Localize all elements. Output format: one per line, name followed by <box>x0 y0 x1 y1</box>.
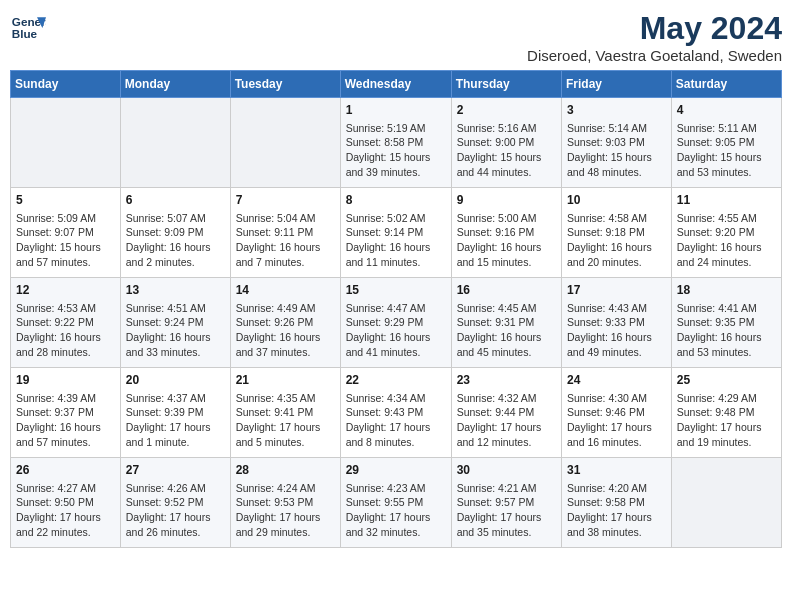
cell-content: Sunset: 9:48 PM <box>677 405 776 420</box>
day-number: 20 <box>126 372 225 389</box>
cell-content: Sunset: 9:03 PM <box>567 135 666 150</box>
calendar-cell: 17Sunrise: 4:43 AMSunset: 9:33 PMDayligh… <box>562 278 672 368</box>
cell-content: Sunrise: 4:58 AM <box>567 211 666 226</box>
cell-content: Sunrise: 4:27 AM <box>16 481 115 496</box>
day-number: 31 <box>567 462 666 479</box>
calendar-cell: 11Sunrise: 4:55 AMSunset: 9:20 PMDayligh… <box>671 188 781 278</box>
calendar-cell <box>11 98 121 188</box>
cell-content: Daylight: 17 hours and 29 minutes. <box>236 510 335 539</box>
calendar-cell: 18Sunrise: 4:41 AMSunset: 9:35 PMDayligh… <box>671 278 781 368</box>
cell-content: Sunrise: 4:39 AM <box>16 391 115 406</box>
calendar-cell: 8Sunrise: 5:02 AMSunset: 9:14 PMDaylight… <box>340 188 451 278</box>
main-title: May 2024 <box>527 10 782 47</box>
calendar-cell: 14Sunrise: 4:49 AMSunset: 9:26 PMDayligh… <box>230 278 340 368</box>
calendar-cell: 21Sunrise: 4:35 AMSunset: 9:41 PMDayligh… <box>230 368 340 458</box>
day-of-week-tuesday: Tuesday <box>230 71 340 98</box>
calendar-cell: 26Sunrise: 4:27 AMSunset: 9:50 PMDayligh… <box>11 458 121 548</box>
cell-content: Sunset: 9:33 PM <box>567 315 666 330</box>
cell-content: Daylight: 15 hours and 48 minutes. <box>567 150 666 179</box>
cell-content: Daylight: 16 hours and 24 minutes. <box>677 240 776 269</box>
day-number: 10 <box>567 192 666 209</box>
cell-content: Sunset: 9:55 PM <box>346 495 446 510</box>
calendar-cell: 2Sunrise: 5:16 AMSunset: 9:00 PMDaylight… <box>451 98 561 188</box>
cell-content: Sunrise: 4:55 AM <box>677 211 776 226</box>
cell-content: Sunset: 9:09 PM <box>126 225 225 240</box>
cell-content: Sunset: 9:16 PM <box>457 225 556 240</box>
cell-content: Sunset: 9:20 PM <box>677 225 776 240</box>
cell-content: Sunrise: 4:35 AM <box>236 391 335 406</box>
cell-content: Sunrise: 5:14 AM <box>567 121 666 136</box>
calendar-cell: 28Sunrise: 4:24 AMSunset: 9:53 PMDayligh… <box>230 458 340 548</box>
svg-text:Blue: Blue <box>12 27 38 40</box>
calendar-cell: 4Sunrise: 5:11 AMSunset: 9:05 PMDaylight… <box>671 98 781 188</box>
calendar-header: SundayMondayTuesdayWednesdayThursdayFrid… <box>11 71 782 98</box>
cell-content: Sunrise: 4:43 AM <box>567 301 666 316</box>
cell-content: Sunset: 9:57 PM <box>457 495 556 510</box>
cell-content: Sunset: 9:29 PM <box>346 315 446 330</box>
cell-content: Sunset: 9:43 PM <box>346 405 446 420</box>
day-number: 28 <box>236 462 335 479</box>
calendar-cell: 12Sunrise: 4:53 AMSunset: 9:22 PMDayligh… <box>11 278 121 368</box>
cell-content: Sunset: 9:52 PM <box>126 495 225 510</box>
week-row-3: 12Sunrise: 4:53 AMSunset: 9:22 PMDayligh… <box>11 278 782 368</box>
day-number: 5 <box>16 192 115 209</box>
day-number: 24 <box>567 372 666 389</box>
cell-content: Sunrise: 4:21 AM <box>457 481 556 496</box>
cell-content: Sunrise: 4:34 AM <box>346 391 446 406</box>
cell-content: Daylight: 16 hours and 2 minutes. <box>126 240 225 269</box>
cell-content: Sunrise: 4:23 AM <box>346 481 446 496</box>
day-number: 3 <box>567 102 666 119</box>
cell-content: Sunrise: 4:24 AM <box>236 481 335 496</box>
calendar-cell: 16Sunrise: 4:45 AMSunset: 9:31 PMDayligh… <box>451 278 561 368</box>
cell-content: Sunrise: 4:32 AM <box>457 391 556 406</box>
cell-content: Sunrise: 5:19 AM <box>346 121 446 136</box>
calendar-cell: 7Sunrise: 5:04 AMSunset: 9:11 PMDaylight… <box>230 188 340 278</box>
day-number: 13 <box>126 282 225 299</box>
cell-content: Daylight: 17 hours and 35 minutes. <box>457 510 556 539</box>
cell-content: Sunset: 9:00 PM <box>457 135 556 150</box>
cell-content: Sunrise: 5:00 AM <box>457 211 556 226</box>
logo-icon: General Blue <box>10 10 46 46</box>
cell-content: Daylight: 16 hours and 20 minutes. <box>567 240 666 269</box>
days-of-week-row: SundayMondayTuesdayWednesdayThursdayFrid… <box>11 71 782 98</box>
calendar-body: 1Sunrise: 5:19 AMSunset: 8:58 PMDaylight… <box>11 98 782 548</box>
calendar-cell <box>671 458 781 548</box>
day-number: 11 <box>677 192 776 209</box>
cell-content: Sunrise: 5:11 AM <box>677 121 776 136</box>
cell-content: Sunset: 8:58 PM <box>346 135 446 150</box>
cell-content: Daylight: 17 hours and 19 minutes. <box>677 420 776 449</box>
cell-content: Daylight: 17 hours and 22 minutes. <box>16 510 115 539</box>
logo: General Blue General Blue <box>10 10 46 46</box>
cell-content: Sunset: 9:11 PM <box>236 225 335 240</box>
cell-content: Daylight: 17 hours and 38 minutes. <box>567 510 666 539</box>
calendar-cell: 25Sunrise: 4:29 AMSunset: 9:48 PMDayligh… <box>671 368 781 458</box>
day-number: 19 <box>16 372 115 389</box>
cell-content: Daylight: 16 hours and 28 minutes. <box>16 330 115 359</box>
cell-content: Sunset: 9:37 PM <box>16 405 115 420</box>
cell-content: Sunset: 9:26 PM <box>236 315 335 330</box>
cell-content: Sunrise: 4:53 AM <box>16 301 115 316</box>
cell-content: Sunset: 9:05 PM <box>677 135 776 150</box>
cell-content: Daylight: 16 hours and 37 minutes. <box>236 330 335 359</box>
cell-content: Daylight: 16 hours and 45 minutes. <box>457 330 556 359</box>
cell-content: Sunset: 9:50 PM <box>16 495 115 510</box>
cell-content: Sunset: 9:14 PM <box>346 225 446 240</box>
calendar-cell: 23Sunrise: 4:32 AMSunset: 9:44 PMDayligh… <box>451 368 561 458</box>
cell-content: Sunset: 9:22 PM <box>16 315 115 330</box>
cell-content: Sunrise: 5:16 AM <box>457 121 556 136</box>
calendar-cell <box>120 98 230 188</box>
calendar-cell: 1Sunrise: 5:19 AMSunset: 8:58 PMDaylight… <box>340 98 451 188</box>
cell-content: Sunrise: 4:37 AM <box>126 391 225 406</box>
day-of-week-sunday: Sunday <box>11 71 121 98</box>
day-number: 7 <box>236 192 335 209</box>
cell-content: Daylight: 15 hours and 44 minutes. <box>457 150 556 179</box>
day-number: 6 <box>126 192 225 209</box>
calendar-cell <box>230 98 340 188</box>
cell-content: Daylight: 17 hours and 16 minutes. <box>567 420 666 449</box>
cell-content: Sunrise: 4:26 AM <box>126 481 225 496</box>
cell-content: Daylight: 15 hours and 39 minutes. <box>346 150 446 179</box>
day-number: 9 <box>457 192 556 209</box>
day-number: 14 <box>236 282 335 299</box>
day-number: 30 <box>457 462 556 479</box>
week-row-5: 26Sunrise: 4:27 AMSunset: 9:50 PMDayligh… <box>11 458 782 548</box>
